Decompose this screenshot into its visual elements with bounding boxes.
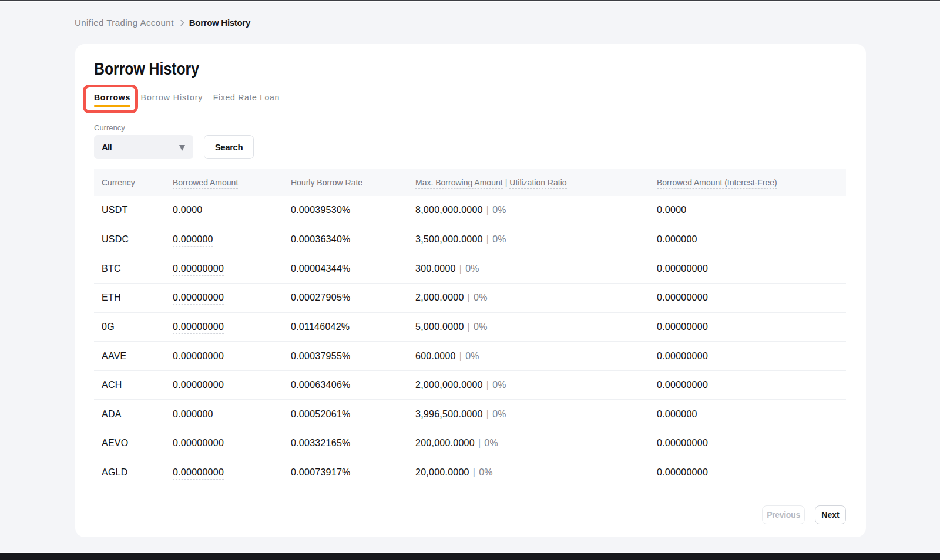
cell-max-borrowing-utilization: 3,500,000.0000|0%: [415, 234, 657, 245]
cell-currency: 0G: [102, 322, 173, 332]
breadcrumb-chevron-icon: [180, 20, 184, 26]
cell-currency: AEVO: [102, 438, 173, 448]
cell-hourly-borrow-rate: 0.01146042%: [291, 322, 415, 332]
window-top-highlight: [0, 1, 940, 2]
cell-hourly-borrow-rate: 0.00073917%: [291, 467, 415, 478]
table-row[interactable]: ACH 0.00000000 0.00063406% 2,000,000.000…: [94, 371, 846, 400]
tab-bar: Borrows Borrow History Fixed Rate Loan: [94, 90, 846, 106]
cell-hourly-borrow-rate: 0.00332165%: [291, 438, 415, 448]
header-currency: Currency: [102, 178, 173, 187]
currency-filter-label: Currency: [94, 123, 846, 133]
table-row[interactable]: USDT 0.0000 0.00039530% 8,000,000.0000|0…: [94, 196, 846, 225]
footer-bar: [0, 553, 940, 560]
breadcrumb-unified-trading-account[interactable]: Unified Trading Account: [75, 18, 174, 28]
cell-borrowed-amount[interactable]: 0.00000000: [173, 438, 291, 448]
table-header-row: Currency Borrowed Amount Hourly Borrow R…: [94, 169, 846, 196]
cell-borrowed-amount[interactable]: 0.00000000: [173, 351, 291, 362]
previous-button[interactable]: Previous: [762, 505, 805, 524]
cell-hourly-borrow-rate: 0.00004344%: [291, 264, 415, 274]
cell-currency: ADA: [102, 409, 173, 420]
cell-hourly-borrow-rate: 0.00063406%: [291, 380, 415, 390]
cell-hourly-borrow-rate: 0.00037955%: [291, 351, 415, 362]
chevron-down-icon: [179, 145, 185, 151]
filter-controls: All Search: [94, 135, 846, 160]
borrows-table: Currency Borrowed Amount Hourly Borrow R…: [94, 169, 846, 487]
cell-currency: USDT: [102, 205, 173, 215]
table-row[interactable]: 0G 0.00000000 0.01146042% 5,000.0000|0% …: [94, 313, 846, 342]
cell-borrowed-amount[interactable]: 0.0000: [173, 205, 291, 215]
cell-currency: USDC: [102, 234, 173, 245]
cell-hourly-borrow-rate: 0.00039530%: [291, 205, 415, 215]
tab-borrow-history[interactable]: Borrow History: [141, 90, 203, 106]
table-row[interactable]: ADA 0.000000 0.00052061% 3,996,500.0000|…: [94, 400, 846, 429]
cell-max-borrowing-utilization: 200,000.0000|0%: [415, 438, 657, 448]
cell-hourly-borrow-rate: 0.00027905%: [291, 292, 415, 303]
cell-borrowed-amount[interactable]: 0.00000000: [173, 322, 291, 332]
page-title: Borrow History: [94, 58, 715, 80]
header-hourly-borrow-rate: Hourly Borrow Rate: [291, 178, 415, 187]
table-row[interactable]: AGLD 0.00000000 0.00073917% 20,000.0000|…: [94, 458, 846, 488]
table-row[interactable]: AAVE 0.00000000 0.00037955% 600.0000|0% …: [94, 342, 846, 371]
cell-borrowed-interest-free: 0.00000000: [657, 351, 838, 362]
table-row[interactable]: USDC 0.000000 0.00036340% 3,500,000.0000…: [94, 225, 846, 255]
cell-borrowed-amount[interactable]: 0.00000000: [173, 264, 291, 274]
cell-max-borrowing-utilization: 20,000.0000|0%: [415, 467, 657, 478]
cell-borrowed-interest-free: 0.00000000: [657, 264, 838, 274]
borrow-history-card: Borrow History Borrows Borrow History Fi…: [75, 44, 866, 537]
breadcrumb: Unified Trading Account Borrow History: [75, 16, 250, 28]
header-max-borrowing-utilization[interactable]: Max. Borrowing Amount|Utilization Ratio: [415, 178, 657, 187]
cell-max-borrowing-utilization: 2,000.0000|0%: [415, 292, 657, 303]
cell-borrowed-interest-free: 0.000000: [657, 234, 838, 245]
cell-hourly-borrow-rate: 0.00036340%: [291, 234, 415, 245]
table-row[interactable]: ETH 0.00000000 0.00027905% 2,000.0000|0%…: [94, 284, 846, 313]
cell-borrowed-interest-free: 0.00000000: [657, 438, 838, 448]
cell-currency: ACH: [102, 380, 173, 390]
cell-max-borrowing-utilization: 5,000.0000|0%: [415, 322, 657, 332]
cell-max-borrowing-utilization: 600.0000|0%: [415, 351, 657, 362]
cell-borrowed-interest-free: 0.00000000: [657, 467, 838, 478]
cell-borrowed-amount[interactable]: 0.00000000: [173, 292, 291, 303]
cell-hourly-borrow-rate: 0.00052061%: [291, 409, 415, 420]
table-row[interactable]: AEVO 0.00000000 0.00332165% 200,000.0000…: [94, 429, 846, 458]
currency-select-value: All: [102, 142, 112, 152]
cell-borrowed-amount[interactable]: 0.00000000: [173, 380, 291, 390]
cell-max-borrowing-utilization: 300.0000|0%: [415, 264, 657, 274]
breadcrumb-borrow-history: Borrow History: [189, 18, 250, 28]
cell-borrowed-interest-free: 0.00000000: [657, 292, 838, 303]
pagination: Previous Next: [94, 505, 846, 524]
cell-max-borrowing-utilization: 2,000,000.0000|0%: [415, 380, 657, 390]
table-body: USDT 0.0000 0.00039530% 8,000,000.0000|0…: [94, 196, 846, 487]
cell-max-borrowing-utilization: 8,000,000.0000|0%: [415, 205, 657, 215]
tab-fixed-rate-loan[interactable]: Fixed Rate Loan: [213, 90, 280, 106]
table-row[interactable]: BTC 0.00000000 0.00004344% 300.0000|0% 0…: [94, 254, 846, 284]
cell-borrowed-interest-free: 0.000000: [657, 409, 838, 420]
cell-borrowed-amount[interactable]: 0.000000: [173, 234, 291, 245]
header-borrowed-amount[interactable]: Borrowed Amount: [173, 178, 291, 187]
cell-borrowed-amount[interactable]: 0.00000000: [173, 467, 291, 478]
cell-currency: BTC: [102, 264, 173, 274]
cell-borrowed-interest-free: 0.00000000: [657, 322, 838, 332]
cell-borrowed-interest-free: 0.0000: [657, 205, 838, 215]
active-tab-underline: [94, 105, 130, 107]
cell-borrowed-interest-free: 0.00000000: [657, 380, 838, 390]
cell-currency: AAVE: [102, 351, 173, 362]
cell-currency: AGLD: [102, 467, 173, 478]
tab-borrows-label: Borrows: [94, 93, 130, 102]
search-button[interactable]: Search: [204, 135, 254, 159]
cell-borrowed-amount[interactable]: 0.000000: [173, 409, 291, 420]
tab-borrows[interactable]: Borrows: [94, 90, 130, 106]
cell-currency: ETH: [102, 292, 173, 303]
currency-select[interactable]: All: [94, 135, 193, 159]
cell-max-borrowing-utilization: 3,996,500.0000|0%: [415, 409, 657, 420]
header-borrowed-interest-free[interactable]: Borrowed Amount (Interest-Free): [657, 178, 838, 187]
next-button[interactable]: Next: [815, 505, 846, 524]
